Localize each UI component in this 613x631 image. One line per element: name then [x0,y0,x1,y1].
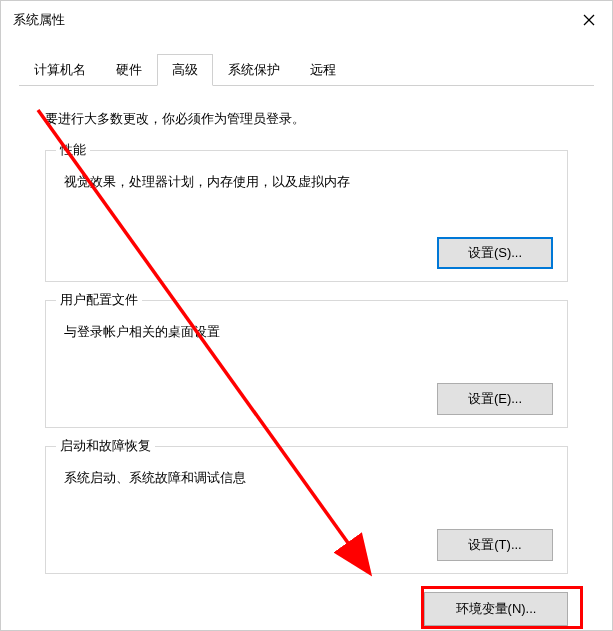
startup-recovery-settings-button[interactable]: 设置(T)... [437,529,553,561]
admin-notice: 要进行大多数更改，你必须作为管理员登录。 [45,110,568,128]
tab-system-protection[interactable]: 系统保护 [213,54,295,86]
system-properties-window: 系统属性 计算机名 硬件 高级 系统保护 远程 要进行大多数更改，你必须作为管理… [0,0,613,631]
window-title: 系统属性 [13,11,65,29]
tab-remote[interactable]: 远程 [295,54,351,86]
tabs: 计算机名 硬件 高级 系统保护 远程 [19,53,594,86]
titlebar: 系统属性 [1,1,612,39]
user-profiles-group-title: 用户配置文件 [56,291,142,309]
performance-settings-button[interactable]: 设置(S)... [437,237,553,269]
user-profiles-group-desc: 与登录帐户相关的桌面设置 [60,315,553,341]
tab-content: 要进行大多数更改，你必须作为管理员登录。 性能 视觉效果，处理器计划，内存使用，… [19,86,594,631]
startup-recovery-group: 启动和故障恢复 系统启动、系统故障和调试信息 设置(T)... [45,446,568,574]
tab-computer-name[interactable]: 计算机名 [19,54,101,86]
user-profiles-group: 用户配置文件 与登录帐户相关的桌面设置 设置(E)... [45,300,568,428]
performance-group: 性能 视觉效果，处理器计划，内存使用，以及虚拟内存 设置(S)... [45,150,568,282]
environment-variables-button[interactable]: 环境变量(N)... [424,592,568,626]
startup-recovery-group-title: 启动和故障恢复 [56,437,155,455]
close-icon [583,14,595,26]
tab-hardware[interactable]: 硬件 [101,54,157,86]
env-var-row: 环境变量(N)... [45,592,568,626]
tab-container: 计算机名 硬件 高级 系统保护 远程 要进行大多数更改，你必须作为管理员登录。 … [1,39,612,631]
performance-group-title: 性能 [56,141,90,159]
user-profiles-settings-button[interactable]: 设置(E)... [437,383,553,415]
tab-advanced[interactable]: 高级 [157,54,213,86]
startup-recovery-group-desc: 系统启动、系统故障和调试信息 [60,461,553,487]
performance-group-desc: 视觉效果，处理器计划，内存使用，以及虚拟内存 [60,165,553,191]
close-button[interactable] [566,1,612,39]
